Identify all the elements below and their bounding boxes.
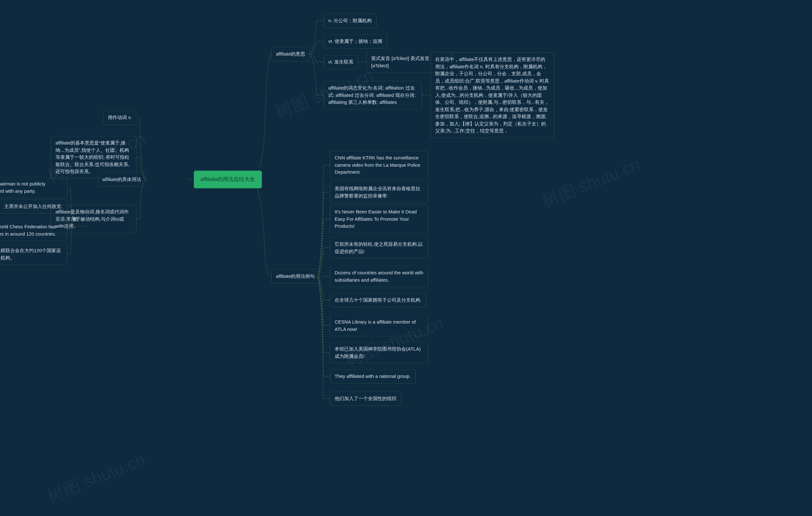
branch-example[interactable]: affiliate的用法例句: [271, 269, 319, 283]
node-inflection[interactable]: affiliate的词态变化为:名词: affiliation 过去式: aff…: [323, 81, 422, 110]
node-n[interactable]: n. 分公司；附属机构: [323, 13, 377, 28]
usage-verb[interactable]: 用作动词 v.: [103, 110, 136, 125]
usage-eg-label[interactable]: 如：: [68, 212, 87, 226]
example-4-zh[interactable]: 本馆已加入美国神学院图书馆协会(ATLA)成为附属会员!: [330, 342, 428, 363]
watermark: 树图 shutu.cn: [44, 448, 149, 508]
usage-eg-2-en[interactable]: The World Chess Federation has affiliate…: [0, 220, 67, 241]
example-2-zh[interactable]: 它前所未有的轻松,使之死容易分支机构,以促进你的产品!: [330, 237, 428, 259]
example-4-en[interactable]: CESNA Library is a affiliate member of A…: [330, 315, 428, 336]
example-1-zh[interactable]: 美国有线网络附属企业讯有来自香格里拉品牌警察署的监控录像带.: [330, 182, 428, 203]
branch-meaning[interactable]: affiliate的意思: [271, 47, 310, 61]
usage-eg-2-zh[interactable]: 国际象棋联合会在大约120个国家设有分支机构。: [0, 244, 67, 265]
example-1-en[interactable]: CNN affiliate KTRK has the surveillance …: [330, 151, 428, 180]
example-2-en[interactable]: It's Never Been Easier to Make It Dead E…: [330, 205, 428, 234]
example-5-en[interactable]: They affiliated with a national group.: [330, 369, 415, 384]
watermark: 树图 shutu.cn: [539, 153, 644, 213]
example-3-en[interactable]: Dozens of countries around the world wit…: [330, 266, 428, 287]
example-3-zh[interactable]: 在全球几十个国家拥有子公司及分支机构.: [330, 293, 426, 307]
node-vt[interactable]: vt. 使隶属于；接纳；追溯: [323, 34, 387, 49]
example-5-zh[interactable]: 他们加入了一个全国性的组织: [330, 391, 401, 406]
usage-eg-1-zh[interactable]: 主席并未公开加入任何政党.: [0, 199, 67, 214]
usage-meaning[interactable]: affiliate的基本意思是“使隶属于,接纳...为成员”,指使个人、社团、机…: [51, 136, 136, 179]
usage-eg-1-en[interactable]: The chairman is not publicly affiliated …: [0, 177, 67, 198]
node-extended-meaning[interactable]: 在英语中，affiliate不仅具有上述意思，还有更详尽的用法，affiliat…: [430, 52, 554, 138]
node-vi[interactable]: vi. 发生联系: [323, 55, 358, 69]
center-node[interactable]: affiliate的用法总结大全: [194, 170, 262, 188]
